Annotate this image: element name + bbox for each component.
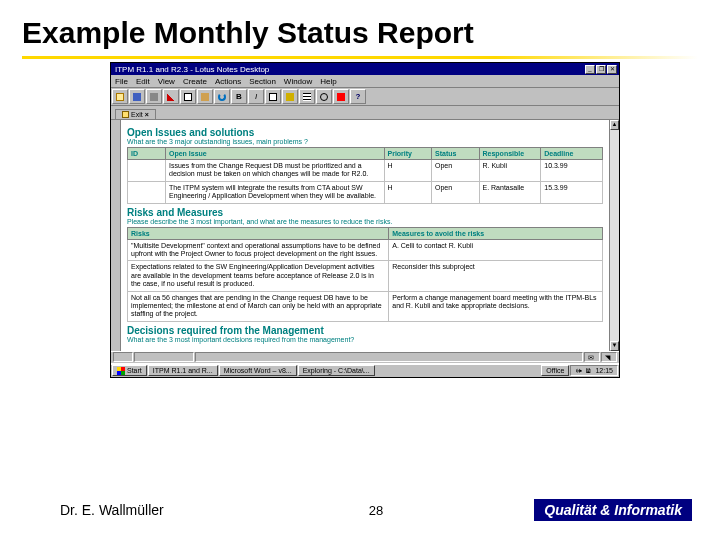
menu-file[interactable]: File bbox=[115, 77, 128, 86]
open-issues-subtext: What are the 3 major outstanding issues,… bbox=[127, 138, 603, 145]
cell-measure: Perform a change management board meetin… bbox=[389, 291, 603, 321]
cell-deadline: 15.3.99 bbox=[541, 181, 603, 203]
cell-deadline: 10.3.99 bbox=[541, 160, 603, 182]
footer-brand: Qualität & Informatik bbox=[534, 499, 692, 521]
status-net-icon: ◥ bbox=[601, 352, 617, 362]
tab-exit[interactable]: Exit × bbox=[115, 109, 156, 119]
cell-risk: Expectations related to the SW Engineeri… bbox=[128, 261, 389, 291]
cell-responsible: E. Rantasalle bbox=[479, 181, 541, 203]
close-button[interactable]: ✕ bbox=[607, 65, 617, 74]
toolbar: B I ? bbox=[111, 88, 619, 106]
col-responsible: Responsible bbox=[479, 148, 541, 160]
start-button[interactable]: Start bbox=[112, 365, 147, 376]
col-priority: Priority bbox=[384, 148, 432, 160]
cell-measure: Reconsider this subproject bbox=[389, 261, 603, 291]
maximize-button[interactable]: ❐ bbox=[596, 65, 606, 74]
table-row: The ITPM system will integrate the resul… bbox=[128, 181, 603, 203]
col-risks: Risks bbox=[128, 227, 389, 239]
toolbar-undo-icon[interactable] bbox=[214, 89, 230, 104]
tab-exit-icon bbox=[122, 111, 129, 118]
cell-risk: Not all ca 56 changes that are pending i… bbox=[128, 291, 389, 321]
toolbar-grid-icon[interactable] bbox=[299, 89, 315, 104]
tab-exit-label: Exit bbox=[131, 111, 143, 118]
toolbar-paste-icon[interactable] bbox=[197, 89, 213, 104]
slide-footer: Dr. E. Wallmüller 28 Qualität & Informat… bbox=[0, 480, 720, 540]
menu-edit[interactable]: Edit bbox=[136, 77, 150, 86]
col-id: ID bbox=[128, 148, 166, 160]
toolbar-flag-icon[interactable] bbox=[333, 89, 349, 104]
statusbar: ✉ ◥ bbox=[111, 351, 619, 363]
windows-logo-icon bbox=[117, 367, 125, 375]
status-cell bbox=[195, 352, 583, 362]
toolbar-bold-icon[interactable]: B bbox=[231, 89, 247, 104]
toolbar-italic-icon[interactable]: I bbox=[248, 89, 264, 104]
content-area: Open Issues and solutions What are the 3… bbox=[111, 120, 619, 351]
taskbar-task[interactable]: Exploring - C:\Data\... bbox=[298, 365, 375, 376]
cell-priority: H bbox=[384, 181, 432, 203]
menu-help[interactable]: Help bbox=[320, 77, 336, 86]
col-open-issue: Open Issue bbox=[166, 148, 385, 160]
col-deadline: Deadline bbox=[541, 148, 603, 160]
open-issues-table: ID Open Issue Priority Status Responsibl… bbox=[127, 147, 603, 204]
risks-subtext: Please describe the 3 most important, an… bbox=[127, 218, 603, 225]
tabstrip: Exit × bbox=[111, 106, 619, 120]
cell-priority: H bbox=[384, 160, 432, 182]
status-mail-icon: ✉ bbox=[584, 352, 600, 362]
risks-heading: Risks and Measures bbox=[127, 207, 603, 218]
taskbar-task[interactable]: ITPM R1.1 and R... bbox=[148, 365, 218, 376]
table-row: Issues from the Change Request DB must b… bbox=[128, 160, 603, 182]
tray-volume-icon[interactable]: 🕪 bbox=[575, 366, 582, 376]
document-page: Open Issues and solutions What are the 3… bbox=[121, 120, 609, 351]
app-window: ITPM R1.1 and R2.3 - Lotus Notes Desktop… bbox=[110, 62, 620, 378]
scroll-up-icon[interactable]: ▲ bbox=[610, 120, 619, 130]
cell-issue: The ITPM system will integrate the resul… bbox=[166, 181, 385, 203]
toolbar-search-icon[interactable] bbox=[316, 89, 332, 104]
toolbar-open-icon[interactable] bbox=[112, 89, 128, 104]
risks-table: Risks Measures to avoid the risks "Multi… bbox=[127, 227, 603, 322]
tray-clock: 12:15 bbox=[595, 366, 613, 376]
cell-id bbox=[128, 160, 166, 182]
vertical-scrollbar[interactable]: ▲ ▼ bbox=[609, 120, 619, 351]
toolbar-save-icon[interactable] bbox=[129, 89, 145, 104]
taskbar-task[interactable]: Microsoft Word – v8... bbox=[219, 365, 297, 376]
tab-close-icon[interactable]: × bbox=[145, 111, 149, 118]
menu-window[interactable]: Window bbox=[284, 77, 312, 86]
menu-view[interactable]: View bbox=[158, 77, 175, 86]
tray-doc-icon[interactable]: 🗎 bbox=[585, 366, 592, 376]
table-row: Expectations related to the SW Engineeri… bbox=[128, 261, 603, 291]
minimize-button[interactable]: _ bbox=[585, 65, 595, 74]
toolbar-attach-icon[interactable] bbox=[282, 89, 298, 104]
start-label: Start bbox=[127, 366, 142, 376]
menubar: File Edit View Create Actions Section Wi… bbox=[111, 75, 619, 88]
taskbar: Start ITPM R1.1 and R... Microsoft Word … bbox=[111, 363, 619, 377]
scroll-down-icon[interactable]: ▼ bbox=[610, 341, 619, 351]
table-row: Not all ca 56 changes that are pending i… bbox=[128, 291, 603, 321]
scroll-track[interactable] bbox=[610, 130, 619, 341]
toolbar-copy-icon[interactable] bbox=[180, 89, 196, 104]
title-underline bbox=[22, 56, 698, 59]
menu-create[interactable]: Create bbox=[183, 77, 207, 86]
footer-page-number: 28 bbox=[346, 503, 406, 518]
cell-issue: Issues from the Change Request DB must b… bbox=[166, 160, 385, 182]
col-measures: Measures to avoid the risks bbox=[389, 227, 603, 239]
decisions-heading: Decisions required from the Management bbox=[127, 325, 603, 336]
cell-id bbox=[128, 181, 166, 203]
menu-section[interactable]: Section bbox=[249, 77, 276, 86]
toolbar-help-icon[interactable]: ? bbox=[350, 89, 366, 104]
toolbar-print-icon[interactable] bbox=[146, 89, 162, 104]
taskbar-office[interactable]: Office bbox=[541, 365, 569, 376]
status-cell bbox=[113, 352, 133, 362]
cell-risk: "Multisite Development" context and oper… bbox=[128, 239, 389, 261]
col-status: Status bbox=[432, 148, 480, 160]
toolbar-doc-icon[interactable] bbox=[265, 89, 281, 104]
status-cell bbox=[134, 352, 194, 362]
cell-status: Open bbox=[432, 160, 480, 182]
open-issues-heading: Open Issues and solutions bbox=[127, 127, 603, 138]
cell-responsible: R. Kubli bbox=[479, 160, 541, 182]
system-tray[interactable]: 🕪 🗎 12:15 bbox=[570, 365, 618, 376]
toolbar-cut-icon[interactable] bbox=[163, 89, 179, 104]
footer-author: Dr. E. Wallmüller bbox=[60, 502, 346, 518]
cell-status: Open bbox=[432, 181, 480, 203]
menu-actions[interactable]: Actions bbox=[215, 77, 241, 86]
cell-measure: A. Celli to contact R. Kubli bbox=[389, 239, 603, 261]
